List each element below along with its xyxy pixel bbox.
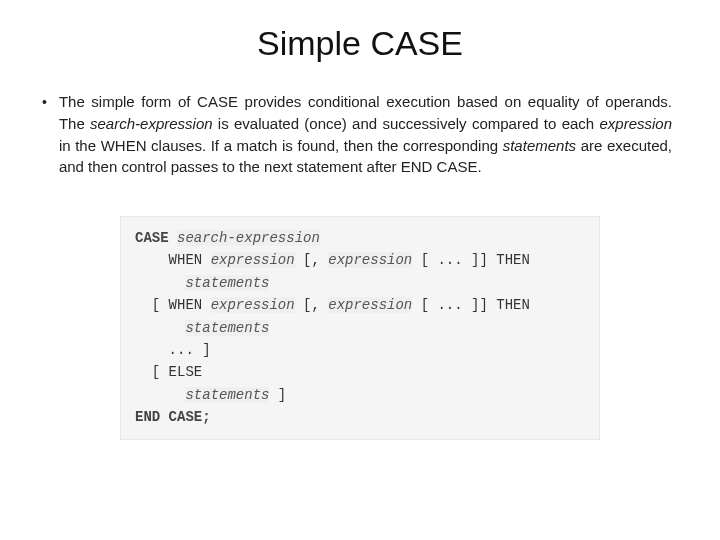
bullet-marker: • — [42, 91, 47, 113]
code-text — [135, 275, 185, 291]
text-frag: The simple form of — [59, 93, 197, 110]
code-text — [135, 387, 185, 403]
bullet-item: • The simple form of CASE provides condi… — [48, 91, 672, 178]
keyword-case: CASE — [197, 93, 238, 110]
text-frag: is evaluated (once) and successively com… — [213, 115, 600, 132]
italic-search-expression: search-expression — [90, 115, 213, 132]
code-ital: expression — [328, 297, 412, 313]
italic-statements: statements — [503, 137, 576, 154]
code-text: [ ELSE — [135, 364, 202, 380]
italic-expression: expression — [599, 115, 672, 132]
code-text: ... ] — [135, 342, 211, 358]
text-frag: in the WHEN clauses. If a match is found… — [59, 137, 503, 154]
code-text: [ WHEN — [135, 297, 211, 313]
code-ital: expression — [211, 252, 295, 268]
code-text: [ ... ]] THEN — [412, 297, 530, 313]
code-text: WHEN — [135, 252, 211, 268]
description-paragraph: The simple form of CASE provides conditi… — [59, 91, 672, 178]
code-text: [ ... ]] THEN — [412, 252, 530, 268]
code-ital: statements — [185, 320, 269, 336]
slide-title: Simple CASE — [48, 24, 672, 63]
code-text: [, — [295, 297, 329, 313]
code-text: [, — [295, 252, 329, 268]
code-text: ] — [269, 387, 286, 403]
code-ital: statements — [185, 387, 269, 403]
code-kw: END CASE; — [135, 409, 211, 425]
code-ital: expression — [211, 297, 295, 313]
code-ital: search-expression — [177, 230, 320, 246]
code-syntax-block: CASE search-expression WHEN expression [… — [120, 216, 600, 440]
code-kw: CASE — [135, 230, 177, 246]
code-text — [135, 320, 185, 336]
code-ital: statements — [185, 275, 269, 291]
code-ital: expression — [328, 252, 412, 268]
